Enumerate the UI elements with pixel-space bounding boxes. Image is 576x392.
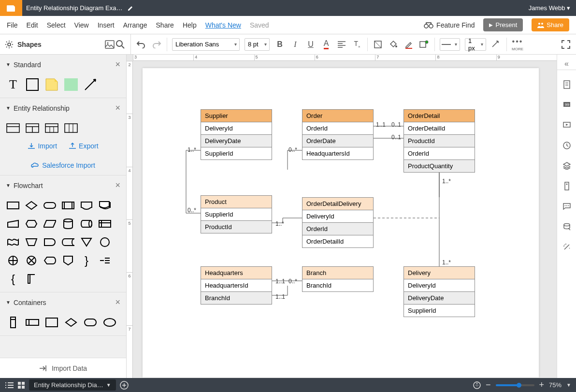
linestyle-select[interactable] xyxy=(440,38,460,51)
fc-db[interactable] xyxy=(61,217,75,231)
text-shape[interactable]: T xyxy=(6,77,20,92)
entity-headquarters[interactable]: HeadquartersHeadquartersIdBranchId xyxy=(201,266,272,305)
fc-stored[interactable] xyxy=(61,235,75,249)
bold-icon[interactable]: B xyxy=(274,40,285,49)
feature-find[interactable]: Feature Find xyxy=(424,21,475,29)
entity-orderdetail[interactable]: OrderDetailOrderDetailIdProductIdOrderId… xyxy=(403,109,475,173)
entity-order[interactable]: OrderOrderIdOrderDateHeadquartersId xyxy=(302,109,374,160)
present-button[interactable]: ▶Present xyxy=(483,18,523,31)
fc-data[interactable] xyxy=(43,217,57,231)
cont-1[interactable] xyxy=(6,315,20,330)
italic-icon[interactable]: I xyxy=(290,40,301,49)
fillcolor-icon[interactable] xyxy=(388,40,399,49)
menu-view[interactable]: View xyxy=(74,21,89,29)
fc-predef[interactable] xyxy=(61,198,75,213)
menu-arrange[interactable]: Arrange xyxy=(123,21,147,29)
menu-help[interactable]: Help xyxy=(183,21,197,29)
hotspot-shape[interactable] xyxy=(64,77,78,92)
present-icon[interactable] xyxy=(561,119,573,131)
page-tab[interactable]: Entity Relationship Dia… ▼ xyxy=(29,379,116,391)
entity-orderdetaildelivery[interactable]: OrderDetailDeliveryDeliveryIdOrderIdOrde… xyxy=(302,197,374,248)
shapeoptions-icon[interactable] xyxy=(419,40,430,49)
group-containers[interactable]: ▼Containers× xyxy=(0,292,126,312)
cont-2[interactable] xyxy=(25,315,40,330)
share-button[interactable]: Share xyxy=(532,18,569,31)
history-icon[interactable] xyxy=(561,140,573,151)
group-standard[interactable]: ▼Standard× xyxy=(0,55,126,74)
cont-3[interactable] xyxy=(44,315,59,330)
entity-supplier[interactable]: SupplierDeliveryIdDeliveryDateSupplierId xyxy=(201,109,272,160)
diagram-page[interactable]: SupplierDeliveryIdDeliveryDateSupplierId… xyxy=(143,68,539,377)
fc-manualop[interactable] xyxy=(24,235,39,249)
fc-diamond[interactable] xyxy=(24,198,39,213)
zoom-out-icon[interactable]: − xyxy=(486,380,491,390)
cont-5[interactable] xyxy=(83,315,98,330)
fc-prep[interactable] xyxy=(24,217,39,231)
chat-icon[interactable] xyxy=(561,201,573,212)
cont-4[interactable] xyxy=(64,315,78,330)
export-link[interactable]: Export xyxy=(69,142,98,150)
entity-branch[interactable]: BranchBranchId xyxy=(302,266,374,292)
user-menu[interactable]: James Webb ▾ xyxy=(529,4,576,12)
salesforce-link[interactable]: Salesforce Import xyxy=(6,161,120,169)
fc-tape[interactable] xyxy=(6,235,20,249)
menu-insert[interactable]: Insert xyxy=(98,21,115,29)
magic-icon[interactable] xyxy=(561,241,573,253)
cont-6[interactable] xyxy=(102,315,117,330)
entity-delivery[interactable]: DeliveryDeliveryIdDeliveryDateSupplierId xyxy=(403,266,475,317)
menu-edit[interactable]: Edit xyxy=(27,21,38,29)
zoom-slider[interactable] xyxy=(496,384,534,386)
menu-share[interactable]: Share xyxy=(156,21,174,29)
fc-connector[interactable] xyxy=(98,235,112,249)
menu-whatsnew[interactable]: What's New xyxy=(205,21,241,29)
document-title[interactable]: Entity Relationship Diagram Exa… xyxy=(22,4,529,12)
zoom-in-icon[interactable]: + xyxy=(539,380,545,390)
fc-doc[interactable] xyxy=(79,198,94,213)
undo-icon[interactable] xyxy=(136,41,146,48)
comment-icon[interactable]: 99 xyxy=(561,99,573,111)
more-button[interactable]: ••• MORE xyxy=(512,37,523,51)
shapefill-icon[interactable] xyxy=(373,40,383,49)
block-shape[interactable] xyxy=(25,77,40,92)
menu-file[interactable]: File xyxy=(7,21,18,29)
underline-icon[interactable]: U xyxy=(305,40,316,49)
zoom-level[interactable]: 75% xyxy=(549,381,562,389)
canvas-area[interactable]: 3456789 234567 xyxy=(127,55,557,378)
fc-direct[interactable] xyxy=(79,217,94,231)
import-link[interactable]: Import xyxy=(28,142,57,150)
fc-manualin[interactable] xyxy=(6,217,20,231)
grid-icon[interactable] xyxy=(17,381,25,389)
fc-rect[interactable] xyxy=(6,198,20,213)
close-icon[interactable]: × xyxy=(115,297,120,307)
group-flowchart[interactable]: ▼Flowchart× xyxy=(0,175,126,195)
autosize-icon[interactable] xyxy=(473,381,481,389)
close-icon[interactable]: × xyxy=(115,59,120,70)
linewidth-select[interactable]: 1 px xyxy=(465,38,486,51)
collapse-right-icon[interactable]: « xyxy=(557,58,576,70)
add-page-icon[interactable] xyxy=(120,381,129,390)
fc-terminator[interactable] xyxy=(43,198,57,213)
fc-offpage[interactable] xyxy=(61,253,75,268)
fc-internal[interactable] xyxy=(98,217,112,231)
fontsize-select[interactable]: 8 pt xyxy=(245,38,270,51)
er-shape-2[interactable] xyxy=(25,121,40,135)
master-icon[interactable] xyxy=(561,180,573,192)
fc-merge[interactable] xyxy=(79,235,94,249)
image-icon[interactable] xyxy=(104,40,115,49)
gear-icon[interactable] xyxy=(5,40,14,49)
pencil-icon[interactable] xyxy=(127,5,134,12)
fullscreen-icon[interactable] xyxy=(561,40,571,49)
fc-delay[interactable] xyxy=(43,235,57,249)
font-select[interactable]: Liberation Sans xyxy=(172,38,240,51)
entity-product[interactable]: ProductSupplierIdProductId xyxy=(201,195,272,233)
app-logo[interactable] xyxy=(0,0,22,16)
er-shape-1[interactable] xyxy=(6,121,20,135)
cleartext-icon[interactable]: T× xyxy=(352,40,362,49)
fc-brace-r[interactable]: } xyxy=(79,253,94,268)
menu-select[interactable]: Select xyxy=(47,21,66,29)
fc-note[interactable] xyxy=(98,253,112,268)
close-icon[interactable]: × xyxy=(115,103,120,113)
line-shape[interactable] xyxy=(83,77,98,92)
textcolor-icon[interactable]: A xyxy=(321,39,331,49)
close-icon[interactable]: × xyxy=(115,180,120,190)
